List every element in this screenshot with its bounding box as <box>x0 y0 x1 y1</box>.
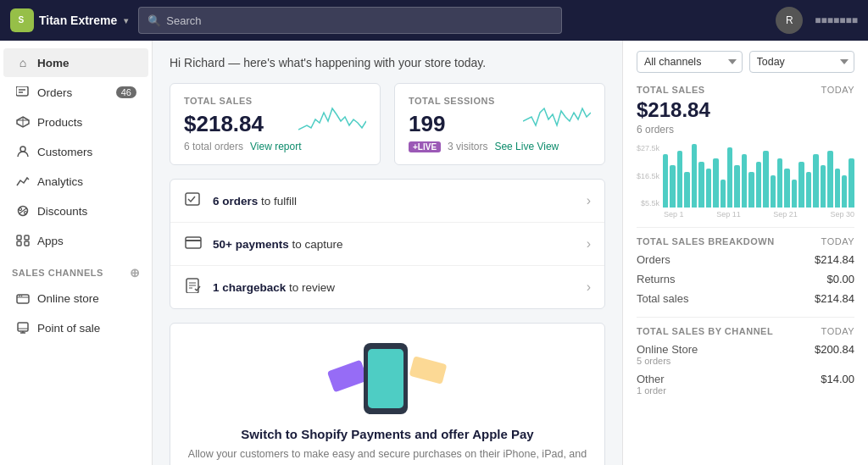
sidebar-label-online-store: Online store <box>37 292 99 305</box>
sidebar-item-customers[interactable]: Customers <box>3 137 148 166</box>
payments-capture-action[interactable]: 50+ payments to capture › <box>170 223 604 266</box>
chart-bar <box>692 144 697 208</box>
stats-row: TOTAL SALES $218.84 6 total orders View … <box>170 83 605 165</box>
breakdown-returns-row: Returns $0.00 <box>637 269 854 289</box>
chart-bar <box>727 147 732 208</box>
sidebar-label-products: Products <box>37 116 82 129</box>
phone-body <box>364 343 408 414</box>
breakdown-total-label: Total sales <box>637 292 688 305</box>
add-channel-icon[interactable]: ⊕ <box>130 266 141 280</box>
total-sales-footer: 6 total orders View report <box>184 141 366 152</box>
chart-bar <box>677 151 682 208</box>
sidebar-label-analytics: Analytics <box>37 175 83 188</box>
home-icon: ⌂ <box>15 55 31 70</box>
visitors-text: 3 visitors <box>448 141 487 152</box>
breakdown-total-row: Total sales $214.84 <box>637 289 854 308</box>
svg-text:S: S <box>19 15 25 25</box>
main-layout: ⌂ Home Orders 46 Products Customers <box>0 41 868 465</box>
chart-y-mid: $16.5k <box>637 172 659 180</box>
chart-bar <box>806 172 811 208</box>
point-of-sale-icon <box>15 320 31 335</box>
chart-bar <box>821 165 826 208</box>
sidebar-label-orders: Orders <box>37 86 72 99</box>
sidebar-item-point-of-sale[interactable]: Point of sale <box>3 313 148 342</box>
sidebar-item-online-store[interactable]: Online store <box>3 284 148 313</box>
online-store-icon <box>15 291 31 306</box>
orders-icon <box>15 85 31 100</box>
brand[interactable]: S Titan Extreme ▾ <box>10 8 128 32</box>
chart-x-label-1: Sep 1 <box>664 210 684 219</box>
divider-1 <box>637 227 854 228</box>
sidebar-item-orders[interactable]: Orders 46 <box>3 78 148 107</box>
live-badge: +LIVE <box>409 141 441 152</box>
payments-capture-text: 50+ payments to capture <box>213 238 342 251</box>
review-chevron-icon: › <box>587 280 591 295</box>
sidebar-item-discounts[interactable]: Discounts <box>3 197 148 225</box>
chargeback-review-text: 1 chargeback to review <box>213 281 335 294</box>
promo-desc: Allow your customers to make easy and se… <box>187 446 587 465</box>
breakdown-returns-value: $0.00 <box>826 273 854 285</box>
sidebar-label-customers: Customers <box>37 146 92 158</box>
live-view-link[interactable]: See Live View <box>494 141 559 152</box>
chart-bar <box>835 169 840 208</box>
chart-bar <box>721 180 726 208</box>
sidebar-label-home: Home <box>37 57 70 69</box>
chart-bar <box>742 154 747 208</box>
chargeback-icon <box>184 278 203 296</box>
total-sessions-card: TOTAL SESSIONS 199 +LIVE 3 visitors See … <box>394 83 605 165</box>
orders-fulfill-action[interactable]: 6 orders to fulfill › <box>170 180 604 223</box>
card-left <box>327 360 368 393</box>
search-placeholder: Search <box>166 14 201 27</box>
panel-total-sales-title: TOTAL SALES Today <box>637 85 854 95</box>
sidebar-item-home[interactable]: ⌂ Home <box>3 48 148 77</box>
sales-chart: $27.5k $16.5k $5.5k Sep 1 Sep 11 Sep 21 … <box>637 144 854 219</box>
fulfill-chevron-icon: › <box>587 193 591 208</box>
breakdown-returns-label: Returns <box>637 273 676 285</box>
breakdown-orders-row: Orders $214.84 <box>637 250 854 269</box>
analytics-icon <box>15 174 31 189</box>
search-bar[interactable]: 🔍 Search <box>138 7 562 34</box>
channel-online-store-row: Online Store $200.84 5 orders <box>637 340 854 369</box>
chargeback-review-action[interactable]: 1 chargeback to review › <box>170 266 604 308</box>
date-filter[interactable]: Today <box>749 51 855 73</box>
panel-total-sales-value: $218.84 <box>637 98 854 122</box>
chart-bar <box>763 151 768 208</box>
sidebar-item-products[interactable]: Products <box>3 108 148 136</box>
chart-bar <box>777 158 782 208</box>
sales-channels-section: SALES CHANNELS ⊕ <box>0 256 152 283</box>
channel-other-sub: 1 order <box>637 385 666 396</box>
chart-x-label-3: Sep 21 <box>773 210 798 219</box>
panel-breakdown-title: TOTAL SALES BREAKDOWN Today <box>637 236 854 246</box>
chart-bar <box>813 154 818 208</box>
chart-bar <box>771 175 776 208</box>
avatar-initials: R <box>786 14 793 26</box>
orders-badge: 46 <box>116 86 136 98</box>
view-report-link[interactable]: View report <box>250 141 301 152</box>
avatar[interactable]: R <box>776 7 803 34</box>
channel-filter[interactable]: All channels <box>637 51 743 73</box>
panel-filters: All channels Today <box>637 51 854 73</box>
total-sales-value: $218.84 <box>184 111 264 137</box>
brand-chevron-icon: ▾ <box>124 16 128 25</box>
svg-point-8 <box>20 147 25 152</box>
main-content: Hi Richard — here's what's happening wit… <box>153 41 622 465</box>
promo-card: Switch to Shopify Payments and offer App… <box>170 323 605 465</box>
phone-screen <box>368 349 403 408</box>
total-sales-card: TOTAL SALES $218.84 6 total orders View … <box>170 83 381 165</box>
payments-icon <box>184 235 203 253</box>
svg-rect-26 <box>186 237 201 248</box>
right-panel: All channels Today TOTAL SALES Today $21… <box>622 41 868 465</box>
discounts-icon <box>15 203 31 219</box>
sidebar: ⌂ Home Orders 46 Products Customers <box>0 41 153 465</box>
channel-online-store-value: $200.84 <box>815 343 854 356</box>
sidebar-item-apps[interactable]: Apps <box>3 226 148 255</box>
sidebar-item-analytics[interactable]: Analytics <box>3 167 148 196</box>
greeting-text: Hi Richard — here's what's happening wit… <box>170 56 605 69</box>
chart-bar <box>684 172 689 208</box>
chart-bar <box>756 162 761 208</box>
sidebar-label-point-of-sale: Point of sale <box>37 322 100 335</box>
chart-bar <box>842 175 847 208</box>
svg-rect-16 <box>25 241 29 246</box>
chart-bar <box>670 165 675 208</box>
svg-point-19 <box>19 296 20 297</box>
